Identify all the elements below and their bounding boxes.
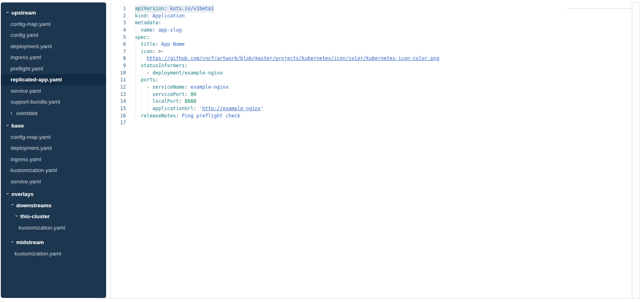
code-line: 3metadata: [111, 19, 639, 27]
code-line-content[interactable]: metadata: [135, 19, 161, 27]
code-line-content[interactable]: - deployment/example-nginx [135, 70, 223, 77]
code-line-content[interactable]: kind: Application [135, 13, 185, 20]
tree-item-service-yaml[interactable]: service.yaml [1, 85, 106, 97]
code-token: title [141, 41, 155, 47]
line-number: 2 [111, 13, 126, 20]
code-token [135, 84, 147, 90]
tree-item-label: midstream [16, 239, 44, 245]
tree-item-preflight-yaml[interactable]: preflight.yaml [1, 63, 106, 74]
code-line: 2kind: Application [111, 13, 639, 20]
tree-item-service-yaml[interactable]: service.yaml [1, 176, 106, 187]
tree-item-this-cluster[interactable]: ›this-cluster [1, 211, 106, 222]
tree-item-support-bundle-yaml[interactable]: support-bundle.yaml [1, 96, 106, 108]
code-token: servicePort [152, 91, 184, 97]
tree-item-midstream[interactable]: ›midstream [1, 237, 106, 248]
code-token: : [185, 84, 190, 90]
code-token: : [164, 6, 170, 11]
code-line-content[interactable]: https://github.com/cncf/artwork/blob/mas… [135, 55, 439, 62]
chevron-down-icon: › [14, 215, 19, 218]
editor-scrollbar-corner [632, 2, 639, 3]
line-number: 8 [111, 55, 126, 62]
tree-item-deployment-yaml[interactable]: deployment.yaml [1, 41, 106, 52]
code-line-content[interactable]: title: App Name [135, 41, 185, 48]
code-token [135, 98, 152, 104]
tree-item-config-map-yaml[interactable]: config-map.yaml [1, 19, 106, 30]
line-number: 13 [111, 91, 126, 98]
tree-item-ingress-yaml[interactable]: ingress.yaml [1, 52, 106, 63]
tree-item-kustomization-yaml[interactable]: kustomization.yaml [1, 248, 106, 259]
code-token: 80 [190, 91, 196, 97]
code-token: - [147, 70, 152, 76]
code-editor[interactable]: 1apiVersion: kots.io/v1beta12kind: Appli… [111, 2, 639, 298]
code-token: : [194, 106, 199, 111]
code-line: 6 title: App Name [111, 41, 639, 48]
line-number: 12 [111, 84, 126, 91]
indent-guide [147, 91, 148, 98]
chevron-down-icon: › [5, 11, 10, 15]
code-token: : [185, 63, 188, 68]
editor-top-right-line [566, 9, 632, 9]
tree-item-userdata[interactable]: ›userdata [1, 108, 106, 119]
indent-guide [136, 55, 136, 62]
tree-item-ingress-yaml[interactable]: ingress.yaml [1, 154, 106, 165]
indent-guide [136, 84, 136, 91]
code-line-content[interactable]: releaseNotes: Ping preflight check [135, 113, 240, 120]
tree-item-replicated-app-yaml[interactable]: replicated-app.yaml [1, 74, 106, 85]
tree-item-label: kustomization.yaml [11, 167, 57, 173]
indent-guide [141, 91, 142, 98]
chevron-down-icon: › [10, 204, 15, 207]
code-token: >- [158, 49, 164, 54]
indent-guide [136, 70, 136, 77]
tree-item-downstreams[interactable]: ›downstreams [1, 200, 106, 211]
tree-item-base[interactable]: ›base [1, 120, 106, 132]
tree-item-kustomization-yaml[interactable]: kustomization.yaml [1, 222, 106, 234]
code-line-content[interactable]: icon: >- [135, 48, 164, 55]
code-line-content[interactable]: servicePort: 80 [135, 91, 196, 98]
code-link[interactable]: http://example-nginx [202, 106, 261, 111]
tree-item-deployment-yaml[interactable]: deployment.yaml [1, 142, 106, 154]
code-line: 11 ports: [111, 77, 639, 84]
indent-guide [147, 105, 148, 113]
line-number: 9 [111, 62, 126, 70]
chevron-down-icon: › [5, 193, 10, 196]
indent-guide [141, 98, 142, 105]
code-token [135, 91, 152, 97]
code-line: 15 applicationUrl: 'http://example-nginx… [111, 105, 639, 113]
editor-scrollbar-track[interactable] [632, 2, 632, 298]
line-number: 1 [111, 5, 126, 13]
indent-guide [136, 48, 136, 55]
line-number: 11 [111, 77, 126, 84]
code-line-content[interactable]: localPort: 8888 [135, 98, 196, 105]
indent-guide [141, 55, 142, 62]
page-right-border [639, 2, 640, 298]
code-line-content[interactable]: statusInformers: [135, 62, 188, 70]
code-link[interactable]: https://github.com/cncf/artwork/blob/mas… [147, 55, 439, 61]
indent-guide [136, 98, 136, 105]
code-token: Ping preflight check [182, 113, 241, 119]
tree-item-config-map-yaml[interactable]: config-map.yaml [1, 132, 106, 143]
code-line-content[interactable]: name: app-slug [135, 27, 182, 34]
tree-item-overlays[interactable]: ›overlays [1, 189, 106, 200]
line-number: 14 [111, 98, 126, 105]
code-line-content[interactable]: apiVersion: kots.io/v1beta1 [135, 5, 214, 13]
code-line: 4 name: app-slug [111, 27, 639, 34]
code-token: : [147, 13, 152, 19]
code-token: ' [261, 106, 264, 111]
code-token: name [141, 27, 152, 33]
code-token [135, 70, 147, 76]
code-token: - [147, 84, 152, 90]
code-line-content[interactable]: - serviceName: example-nginx [135, 84, 228, 91]
code-line-content[interactable]: applicationUrl: 'http://example-nginx' [135, 105, 264, 113]
tree-item-label: deployment.yaml [11, 43, 52, 49]
code-token: example-nginx [190, 84, 228, 90]
code-token: : [185, 91, 190, 97]
tree-item-kustomization-yaml[interactable]: kustomization.yaml [1, 165, 106, 176]
tree-item-upstream[interactable]: ›upstream [1, 7, 106, 19]
code-line-content[interactable]: ports: [135, 77, 158, 84]
code-line-content[interactable]: spec: [135, 34, 149, 41]
code-token: serviceName [152, 84, 184, 90]
file-tree: ›upstreamconfig-map.yamlconfig.yamldeplo… [1, 7, 106, 259]
tree-item-label: kustomization.yaml [19, 225, 65, 231]
indent-guide [136, 62, 136, 70]
tree-item-config-yaml[interactable]: config.yaml [1, 30, 106, 41]
